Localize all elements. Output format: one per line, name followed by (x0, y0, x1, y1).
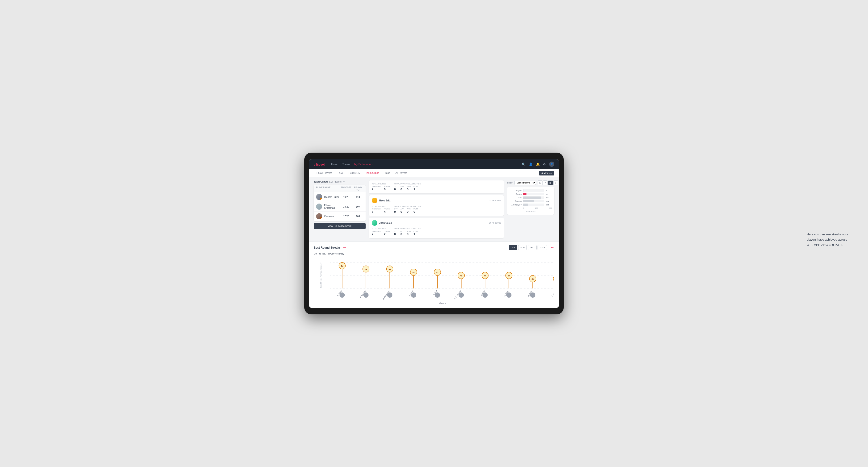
tablet-screen: clippd Home Teams My Performance 🔍 👤 🔔 ⚙… (309, 159, 559, 308)
view-full-leaderboard-button[interactable]: View Full Leaderboard (314, 223, 366, 229)
app-logo: clippd (314, 162, 326, 166)
subnav-pga[interactable]: PGA (335, 169, 346, 177)
show-label: Show (507, 182, 513, 184)
streak-chart-svg: 7xE. Ebert6xB. McHerg6xD. Billingham5xJ.… (330, 258, 554, 300)
nav-teams[interactable]: Teams (342, 163, 350, 165)
card-date: 26 Aug 2023 (489, 222, 501, 224)
bar-label: Bogeys (509, 200, 522, 203)
rank-badge: 1 (320, 198, 322, 200)
bar-fill (523, 193, 526, 195)
svg-point-39 (483, 292, 488, 298)
total-rounds-label: Total Rounds (372, 183, 390, 185)
list-view-btn[interactable]: ≡ (543, 181, 548, 185)
settings-icon[interactable]: ⚙ (543, 162, 546, 166)
avatar[interactable]: 👤 (549, 161, 554, 167)
x-axis-players-label: Players (330, 302, 554, 305)
avatar-icon: 👤 (551, 163, 553, 165)
bell-icon[interactable]: 🔔 (536, 162, 540, 166)
card-avatar (372, 220, 377, 226)
rank-badge: 2 (320, 207, 322, 210)
player-name: Cameron... (324, 215, 340, 218)
filter-putt[interactable]: PUTT (537, 245, 548, 250)
streak-chart-container: Best Streak, Fairway Accuracy 7xE. Ebert… (314, 258, 554, 305)
edit-icon[interactable]: ✏ (343, 181, 345, 183)
col-pb-avg: PB AVG SQ (352, 186, 363, 191)
x-label-200: 200 (535, 207, 538, 209)
avatar: 2 (316, 204, 322, 210)
player-name: Edward Crossman (324, 204, 340, 209)
bar-track (523, 204, 545, 206)
bar-fill (523, 196, 541, 199)
tablet-frame: clippd Home Teams My Performance 🔍 👤 🔔 ⚙… (304, 153, 564, 314)
table-row[interactable]: 2 Edward Crossman 18/20 107 (314, 202, 366, 212)
right-panel: Show Last 3 months ⊞ ≡ ▦ ↓ Eagles (507, 181, 554, 238)
chart-bar-row: Pars 499 (509, 196, 552, 199)
view-icons: ⊞ ≡ ▦ ↓ (538, 181, 558, 185)
bottom-section: Best Round Streaks ← OTT APP ARG PUTT ← … (309, 242, 559, 308)
card-date: 02 Sep 2023 (489, 199, 501, 201)
streaks-title: Best Round Streaks ← (314, 245, 347, 250)
card-player-name: Josh Coles (379, 222, 487, 224)
filter-app[interactable]: APP (518, 245, 527, 250)
team-count: | 14 Players (329, 181, 342, 183)
table-view-btn[interactable]: ↓ (553, 181, 558, 185)
col-player-name: PLAYER NAME (316, 186, 340, 191)
bar-value: 3 (546, 190, 552, 192)
streaks-filter: OTT APP ARG PUTT ← (509, 245, 554, 250)
arrow-right-indicator: ← (550, 245, 554, 250)
filter-arg[interactable]: ARG (528, 245, 536, 250)
sub-nav-right: Add Team (539, 171, 554, 176)
svg-point-14 (364, 292, 369, 298)
bar-label: Eagles (509, 189, 522, 192)
subnav-hcaps[interactable]: Hcaps 1-5 (346, 169, 363, 177)
svg-text:6x: 6x (389, 268, 391, 271)
subnav-team-clippd[interactable]: Team Clippd (363, 169, 382, 177)
nav-home[interactable]: Home (331, 163, 338, 165)
bar-track (523, 193, 545, 195)
practice-label: Practice (384, 185, 390, 187)
svg-point-19 (387, 292, 393, 298)
practice-activities-stat: Total Practice Activities OTT 0 APP 0 (394, 183, 421, 191)
user-icon[interactable]: 👤 (529, 162, 533, 166)
nav-right: 🔍 👤 🔔 ⚙ 👤 (522, 161, 554, 167)
josh-coles-card: Josh Coles 26 Aug 2023 Total Rounds Tour… (369, 218, 504, 238)
bar-label: D. Bogeys + (509, 204, 522, 206)
add-team-button[interactable]: Add Team (539, 171, 554, 176)
player-score: 17/20 (340, 215, 352, 218)
time-filter-select[interactable]: Last 3 months (515, 181, 536, 185)
chart-view-btn[interactable]: ▦ (548, 181, 553, 185)
subnav-tour[interactable]: Tour (382, 169, 393, 177)
bar-track (523, 196, 545, 199)
avatar: 3 (316, 213, 322, 219)
streaks-header: Best Round Streaks ← OTT APP ARG PUTT ← (314, 245, 554, 250)
subnav-all-players[interactable]: All Players (393, 169, 410, 177)
nav-my-performance[interactable]: My Performance (354, 163, 373, 165)
show-bar: Show Last 3 months ⊞ ≡ ▦ ↓ (507, 181, 554, 185)
leaderboard-table: PLAYER NAME PB SCORE PB AVG SQ 1 Richard… (314, 185, 366, 221)
player-score: 19/20 (340, 196, 352, 198)
svg-point-24 (411, 292, 416, 298)
subnav-pgat[interactable]: PGAT Players (314, 169, 335, 177)
grid-view-btn[interactable]: ⊞ (538, 181, 542, 185)
search-icon[interactable]: 🔍 (522, 162, 526, 166)
team-name: Team Clippd (314, 181, 328, 183)
bar-track (523, 189, 545, 192)
player-avg: 103 (352, 215, 363, 218)
tournament-label: Tournament (372, 185, 381, 187)
table-row[interactable]: 1 Richard Butler 19/20 110 (314, 192, 366, 202)
arrow-indicator: ← (342, 245, 347, 250)
svg-text:4x: 4x (460, 275, 462, 277)
bar-value: 311 (546, 200, 552, 203)
chart-bar-row: Bogeys 311 (509, 200, 552, 203)
first-player-card: Total Rounds Tournament 7 Practice 6 (369, 181, 504, 193)
total-rounds-stat: Total Rounds Tournament 7 Practice 6 (372, 183, 390, 191)
svg-point-51 (553, 276, 555, 282)
svg-text:7x: 7x (341, 265, 343, 267)
filter-ott[interactable]: OTT (509, 245, 517, 250)
svg-text:3x: 3x (531, 278, 534, 280)
svg-text:C. Quick: C. Quick (551, 290, 554, 297)
bar-value: 131 (546, 204, 552, 206)
chart-bar-row: Birdies 96 (509, 193, 552, 195)
table-row[interactable]: 3 Cameron... 17/20 103 (314, 212, 366, 221)
svg-text:4x: 4x (507, 275, 510, 277)
